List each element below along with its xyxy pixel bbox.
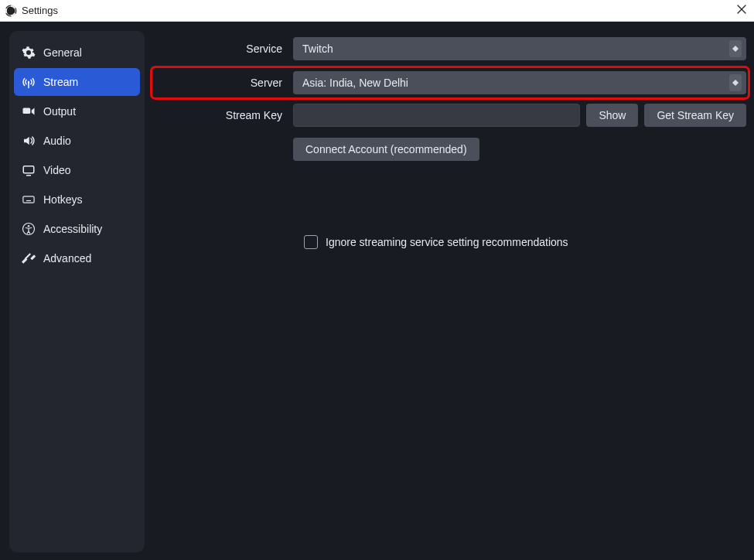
titlebar: Settings	[0, 0, 754, 22]
ignore-recommendations-row: Ignore streaming service setting recomme…	[154, 235, 746, 249]
service-dropdown[interactable]: Twitch	[293, 37, 746, 60]
sidebar-item-accessibility[interactable]: Accessibility	[14, 215, 140, 243]
obs-app-icon	[5, 5, 17, 17]
sidebar-item-label: Accessibility	[43, 223, 102, 235]
sidebar-item-general[interactable]: General	[14, 39, 140, 67]
svg-point-15	[28, 225, 29, 227]
stream-key-label: Stream Key	[154, 109, 293, 121]
antenna-icon	[22, 75, 36, 89]
sidebar-item-hotkeys[interactable]: Hotkeys	[14, 186, 140, 213]
get-stream-key-button[interactable]: Get Stream Key	[644, 104, 746, 127]
svg-rect-7	[23, 196, 34, 203]
sidebar-item-label: Advanced	[43, 252, 91, 265]
sidebar-item-label: Video	[43, 164, 71, 176]
server-label: Server	[154, 77, 293, 89]
keyboard-icon	[22, 193, 36, 207]
settings-window: Settings General Stream	[0, 0, 754, 560]
server-dropdown[interactable]: Asia: India, New Delhi	[293, 71, 746, 94]
svg-rect-5	[23, 166, 34, 173]
ignore-recommendations-label: Ignore streaming service setting recomme…	[326, 236, 568, 248]
sidebar-item-label: Stream	[43, 76, 78, 88]
sidebar-item-label: Output	[43, 105, 76, 118]
server-value: Asia: India, New Delhi	[302, 77, 408, 89]
settings-body: General Stream Output Audio	[0, 22, 754, 560]
connect-account-row: Connect Account (recommended)	[154, 138, 746, 161]
svg-rect-4	[23, 108, 31, 114]
connect-account-button[interactable]: Connect Account (recommended)	[293, 138, 479, 161]
ignore-recommendations-checkbox[interactable]	[304, 235, 318, 249]
sidebar-item-label: Audio	[43, 135, 71, 147]
gear-icon	[22, 46, 36, 60]
speaker-icon	[22, 134, 36, 148]
stream-key-input[interactable]	[293, 104, 580, 127]
sidebar-item-output[interactable]: Output	[14, 97, 140, 125]
service-label: Service	[154, 43, 293, 55]
service-row: Service Twitch	[154, 37, 746, 60]
window-title: Settings	[22, 5, 58, 16]
sidebar-item-audio[interactable]: Audio	[14, 127, 140, 155]
titlebar-left: Settings	[5, 5, 58, 17]
show-button[interactable]: Show	[586, 104, 638, 127]
spin-icon	[729, 74, 742, 91]
sidebar-item-label: Hotkeys	[43, 193, 83, 206]
tools-icon	[22, 251, 36, 265]
sidebar-item-video[interactable]: Video	[14, 156, 140, 184]
stream-settings-panel: Service Twitch Server Asia: In	[154, 31, 746, 552]
settings-sidebar: General Stream Output Audio	[9, 31, 145, 552]
sidebar-item-advanced[interactable]: Advanced	[14, 244, 140, 272]
stream-key-row: Stream Key Show Get Stream Key	[154, 104, 746, 127]
spin-icon	[729, 40, 742, 57]
server-row: Server Asia: India, New Delhi	[154, 70, 746, 96]
sidebar-item-label: General	[43, 46, 82, 59]
monitor-icon	[22, 163, 36, 177]
sidebar-item-stream[interactable]: Stream	[14, 68, 140, 96]
close-icon[interactable]	[735, 3, 748, 18]
output-icon	[22, 104, 36, 118]
accessibility-icon	[22, 222, 36, 236]
service-value: Twitch	[302, 43, 333, 55]
